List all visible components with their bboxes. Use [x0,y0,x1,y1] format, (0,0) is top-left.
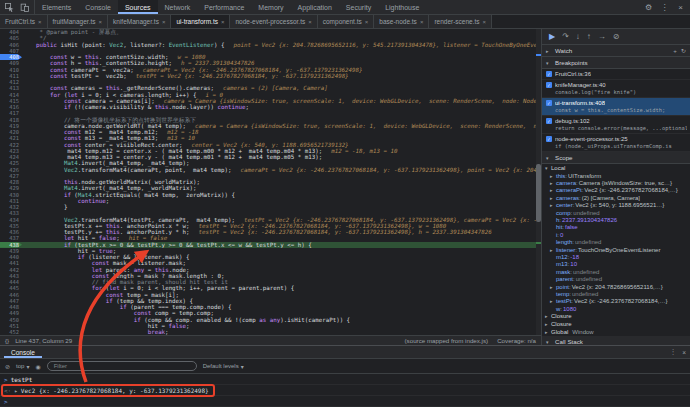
close-devtools-icon[interactable]: × [675,2,686,13]
scope-variable[interactable]: hit: false [542,224,690,231]
scope-variable[interactable]: ▸center: Vec2 {x: 540, y: 1188.6956521…} [542,202,690,209]
source-map-note[interactable]: (source mapped from index.js) [405,337,489,344]
line-number[interactable]: 407 [0,48,22,54]
scope-variable[interactable]: w: 1080 [542,305,690,312]
deactivate-breakpoints-icon[interactable]: ⊘ [613,32,620,41]
console-context-selector[interactable]: top ▾ [16,363,29,370]
device-toolbar-icon[interactable] [19,2,30,13]
chevron-right-icon[interactable]: ▸ [14,387,18,394]
live-expression-icon[interactable]: ◉ [35,363,40,370]
scope-variable[interactable]: ▸cameras: (2) [Camera, Camera] [542,194,690,201]
log-levels-dropdown[interactable]: Default levels ▾ [203,363,244,370]
close-tab-icon[interactable]: × [221,19,225,25]
file-tab-base-node-ts[interactable]: base-node.ts× [374,15,429,28]
tab-network[interactable]: Network [158,0,198,14]
inspect-icon[interactable] [4,2,15,13]
breakpoint-checkbox[interactable]: ✓ [546,82,552,88]
file-tab-node-event-processor-ts[interactable]: node-event-processor.ts× [230,15,317,28]
pretty-print-icon[interactable]: {} [5,337,9,344]
breakpoint-item[interactable]: ✓FruitCtrl.ts:36 [542,69,690,80]
breakpoint-item[interactable]: ✓debug.ts:102return console.error(messag… [542,116,690,134]
tab-console-drawer[interactable]: Console [4,346,42,358]
close-tab-icon[interactable]: × [162,19,166,25]
scope-variable[interactable]: temp: undefined [542,290,690,297]
inline-eval: camera = Camera {isWindowSize: true, scr… [164,98,541,104]
breakpoints-section-header[interactable]: ▾ Breakpoints [542,57,690,69]
line-number-breakpoint[interactable]: 408 [0,54,22,60]
scope-group-global[interactable]: ▸GlobalWindow [542,328,690,336]
drawer-more-icon[interactable]: ⋮ [670,348,677,356]
breakpoint-item[interactable]: ✓knifeManager.ts:40console.log("fire kni… [542,80,690,98]
file-tab-fruitManager-ts[interactable]: fruitManager.ts× [48,15,109,28]
step-icon[interactable]: → [598,32,606,41]
file-tab-label: render-scene.ts [434,18,479,25]
console-input[interactable]: >testPt [0,374,690,385]
scope-variable[interactable]: length: undefined [542,239,690,246]
scope-variable[interactable]: mask: undefined [542,268,690,275]
add-watch-icon[interactable]: + [673,47,677,54]
line-number[interactable]: 437 [0,235,22,241]
file-tab-knifeManager-ts[interactable]: knifeManager.ts× [108,15,171,28]
console-prompt[interactable]: > [0,396,690,407]
scope-variable[interactable]: ▸point: Vec2 {x: 204.78268695652116,…} [542,283,690,290]
scope-group-closure[interactable]: ▸Closure [542,320,690,328]
scope-group-local[interactable]: ▾Local [542,164,690,172]
scope-variable[interactable]: h: 2337.391304347826 [542,216,690,223]
settings-icon[interactable]: ⚙ [643,2,654,13]
file-tab-FruitCtrl-ts[interactable]: FruitCtrl.ts× [0,15,48,28]
watch-section-header[interactable]: ▸ Watch + ↻ [542,45,690,57]
scope-variable[interactable]: ▸camera: Camera {isWindowSize: true, sc…… [542,179,690,186]
breakpoint-item[interactable]: ✓ui-transform.ts:408const w = this._cont… [542,98,690,116]
file-tab-component-ts[interactable]: component.ts× [318,15,375,28]
scope-variable[interactable]: ▸this: UITransform [542,172,690,179]
scope-variable[interactable]: ▸cameraPt: Vec2 {x: -246.23767827068184,… [542,187,690,194]
scope-group-closure[interactable]: ▸Closure [542,312,690,320]
tab-elements[interactable]: Elements [35,0,78,14]
step-into-icon[interactable]: ↓ [576,32,580,41]
close-tab-icon[interactable]: × [420,19,424,25]
scope-variable[interactable]: m12: -18 [542,253,690,260]
tab-security[interactable]: Security [339,0,378,14]
step-out-icon[interactable]: ↑ [587,32,591,41]
more-menu-icon[interactable]: ⋮ [659,2,670,13]
clear-console-icon[interactable]: ⊘ [5,363,10,370]
step-over-icon[interactable]: ↷ [562,32,569,41]
call-stack-section-header[interactable]: ▾ Call Stack [542,336,690,345]
close-tab-icon[interactable]: × [365,19,369,25]
scope-variable[interactable]: m13: 10 [542,261,690,268]
code-line[interactable]: 452 break; [0,329,541,335]
tab-application[interactable]: Application [291,0,339,14]
breakpoint-location: ui-transform.ts:408 [555,100,605,106]
editor-scrollbar[interactable] [536,29,541,335]
line-number[interactable]: 438 [0,242,22,248]
tab-console[interactable]: Console [78,0,118,14]
file-tab-ui-transform-ts[interactable]: ui-transform.ts× [171,15,230,28]
drawer-close-icon[interactable]: × [682,349,686,356]
breakpoint-checkbox[interactable]: ✓ [546,136,552,142]
console-filter-input[interactable]: Filter [47,361,197,371]
scope-variable[interactable]: i: 0 [542,231,690,238]
close-tab-icon[interactable]: × [308,19,312,25]
close-tab-icon[interactable]: × [483,19,487,25]
breakpoint-checkbox[interactable]: ✓ [546,71,552,77]
resume-icon[interactable]: ▶ [549,32,555,41]
inline-eval: m12 = -18 [167,129,198,135]
refresh-watch-icon[interactable]: ↻ [681,47,686,54]
scope-variable[interactable]: comp: undefined [542,209,690,216]
file-tab-render-scene-ts[interactable]: render-scene.ts× [429,15,492,28]
close-tab-icon[interactable]: × [38,19,42,25]
scope-variable[interactable]: ▸testPt: Vec2 {x: -246.23767827068184,…} [542,298,690,305]
tab-performance[interactable]: Performance [197,0,251,14]
breakpoint-checkbox[interactable]: ✓ [546,118,552,124]
tab-memory[interactable]: Memory [251,0,290,14]
scope-variable[interactable]: ▸listener: TouchOneByOneEventListener [542,246,690,253]
scrollbar-thumb[interactable] [536,164,541,222]
breakpoint-checkbox[interactable]: ✓ [546,100,552,106]
line-number[interactable]: 452 [0,329,22,335]
breakpoint-item[interactable]: ✓node-event-processor.ts:25if (node._uiP… [542,134,690,152]
close-tab-icon[interactable]: × [99,19,103,25]
tab-lighthouse[interactable]: Lighthouse [378,0,426,14]
scope-section-header[interactable]: ▾ Scope [542,152,690,164]
scope-variable[interactable]: parent: undefined [542,275,690,282]
tab-sources[interactable]: Sources [118,0,158,14]
